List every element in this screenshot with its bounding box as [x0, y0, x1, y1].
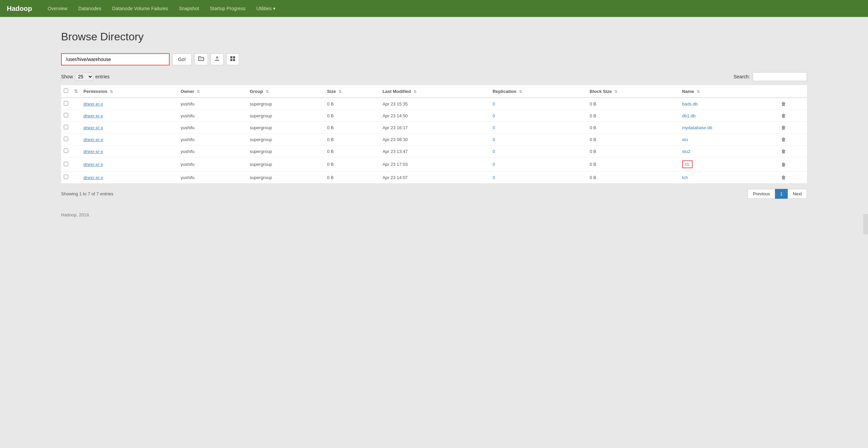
col-owner[interactable]: Owner ⇅ — [178, 85, 247, 98]
delete-icon-6[interactable]: 🗑 — [781, 175, 786, 180]
row-name-1[interactable]: db1.db — [679, 110, 779, 122]
nav-utilities[interactable]: Utilities ▾ — [251, 1, 281, 16]
row-owner-4: yushifu — [178, 145, 247, 157]
col-last-modified[interactable]: Last Modified ⇅ — [380, 85, 490, 98]
row-permission-4: drwxr-xr-x — [81, 145, 178, 157]
navbar-links: Overview Datanodes Datanode Volume Failu… — [42, 1, 281, 16]
row-replication-4: 0 — [490, 145, 587, 157]
nav-datanode-volume-failures[interactable]: Datanode Volume Failures — [107, 1, 174, 16]
nav-datanodes[interactable]: Datanodes — [73, 1, 107, 16]
row-name-3[interactable]: stu — [679, 134, 779, 145]
svg-rect-1 — [233, 56, 235, 58]
row-permission-5: drwxr-xr-x — [81, 157, 178, 172]
row-checkbox-2[interactable] — [64, 125, 68, 129]
row-owner-3: yushifu — [178, 134, 247, 145]
row-last-modified-2: Apr 23 16:17 — [380, 122, 490, 134]
svg-rect-0 — [230, 56, 232, 58]
path-row: Go! — [61, 53, 807, 65]
delete-icon-3[interactable]: 🗑 — [781, 137, 786, 142]
row-block-size-6: 0 B — [587, 172, 679, 183]
row-group-1: supergroup — [247, 110, 324, 122]
nav-startup-progress[interactable]: Startup Progress — [205, 1, 251, 16]
row-name-2[interactable]: mydatabase.db — [679, 122, 779, 134]
entries-label: entries — [95, 74, 110, 79]
next-button[interactable]: Next — [788, 189, 807, 199]
row-checkbox-3[interactable] — [64, 137, 68, 141]
col-permission[interactable]: Permission ⇅ — [81, 85, 178, 98]
show-select[interactable]: 10 25 50 100 — [75, 73, 93, 81]
page-1-button[interactable]: 1 — [775, 189, 788, 199]
delete-icon-4[interactable]: 🗑 — [781, 149, 786, 154]
row-block-size-0: 0 B — [587, 98, 679, 110]
go-button[interactable]: Go! — [172, 54, 192, 65]
delete-icon-1[interactable]: 🗑 — [781, 113, 786, 118]
show-row: Show 10 25 50 100 entries Search: — [61, 72, 807, 81]
row-permission-1: drwxr-xr-x — [81, 110, 178, 122]
row-block-size-4: 0 B — [587, 145, 679, 157]
search-label: Search: — [734, 74, 750, 79]
row-last-modified-0: Apr 23 15:35 — [380, 98, 490, 110]
table-row: drwxr-xr-x yushifu supergroup 0 B Apr 23… — [61, 172, 807, 183]
pagination-buttons: Previous 1 Next — [748, 189, 807, 199]
scrollbar[interactable] — [863, 214, 868, 234]
row-replication-1: 0 — [490, 110, 587, 122]
row-checkbox-0[interactable] — [64, 101, 68, 105]
row-permission-3: drwxr-xr-x — [81, 134, 178, 145]
previous-button[interactable]: Previous — [748, 189, 775, 199]
delete-icon-0[interactable]: 🗑 — [781, 101, 786, 106]
col-group[interactable]: Group ⇅ — [247, 85, 324, 98]
row-block-size-1: 0 B — [587, 110, 679, 122]
directory-table: ⇅ Permission ⇅ Owner ⇅ Group ⇅ Size ⇅ La… — [61, 85, 807, 183]
col-name[interactable]: Name ⇅ — [679, 85, 779, 98]
search-input[interactable] — [753, 72, 807, 81]
footer-text: Hadoop, 2019. — [61, 212, 90, 217]
col-replication[interactable]: Replication ⇅ — [490, 85, 587, 98]
row-replication-0: 0 — [490, 98, 587, 110]
col-size[interactable]: Size ⇅ — [324, 85, 380, 98]
row-permission-2: drwxr-xr-x — [81, 122, 178, 134]
row-group-0: supergroup — [247, 98, 324, 110]
row-block-size-3: 0 B — [587, 134, 679, 145]
row-group-4: supergroup — [247, 145, 324, 157]
show-left: Show 10 25 50 100 entries — [61, 73, 110, 81]
row-replication-2: 0 — [490, 122, 587, 134]
row-size-0: 0 B — [324, 98, 380, 110]
nav-snapshot[interactable]: Snapshot — [174, 1, 205, 16]
row-owner-5: yushifu — [178, 157, 247, 172]
row-checkbox-4[interactable] — [64, 149, 68, 153]
navbar: Hadoop Overview Datanodes Datanode Volum… — [0, 0, 868, 17]
row-owner-0: yushifu — [178, 98, 247, 110]
folder-icon-button[interactable] — [194, 54, 208, 65]
row-block-size-2: 0 B — [587, 122, 679, 134]
row-checkbox-5[interactable] — [64, 162, 68, 166]
main-content: Browse Directory Go! Show 10 — [0, 17, 868, 448]
row-size-5: 0 B — [324, 157, 380, 172]
svg-rect-3 — [233, 59, 235, 61]
col-block-size[interactable]: Block Size ⇅ — [587, 85, 679, 98]
row-replication-3: 0 — [490, 134, 587, 145]
row-block-size-5: 0 B — [587, 157, 679, 172]
row-checkbox-6[interactable] — [64, 175, 68, 179]
delete-icon-5[interactable]: 🗑 — [781, 162, 786, 167]
path-input[interactable] — [61, 53, 170, 65]
table-header-row: ⇅ Permission ⇅ Owner ⇅ Group ⇅ Size ⇅ La… — [61, 85, 807, 98]
row-owner-6: yushifu — [178, 172, 247, 183]
table-row: drwxr-xr-x yushifu supergroup 0 B Apr 23… — [61, 145, 807, 157]
upload-icon-button[interactable] — [211, 54, 224, 65]
grid-icon-button[interactable] — [226, 54, 239, 65]
row-name-6[interactable]: tch — [679, 172, 779, 183]
navbar-brand[interactable]: Hadoop — [7, 5, 32, 13]
nav-overview[interactable]: Overview — [42, 1, 73, 16]
row-name-0[interactable]: bads.db — [679, 98, 779, 110]
col-sort-icon[interactable]: ⇅ — [71, 85, 81, 98]
delete-icon-2[interactable]: 🗑 — [781, 125, 786, 130]
row-name-4[interactable]: stu2 — [679, 145, 779, 157]
row-checkbox-1[interactable] — [64, 113, 68, 117]
row-name-5[interactable]: t1 — [679, 157, 779, 172]
table-row: drwxr-xr-x yushifu supergroup 0 B Apr 23… — [61, 122, 807, 134]
select-all-checkbox[interactable] — [64, 89, 68, 93]
row-group-5: supergroup — [247, 157, 324, 172]
row-last-modified-1: Apr 23 14:50 — [380, 110, 490, 122]
row-last-modified-3: Apr 23 08:30 — [380, 134, 490, 145]
row-size-3: 0 B — [324, 134, 380, 145]
